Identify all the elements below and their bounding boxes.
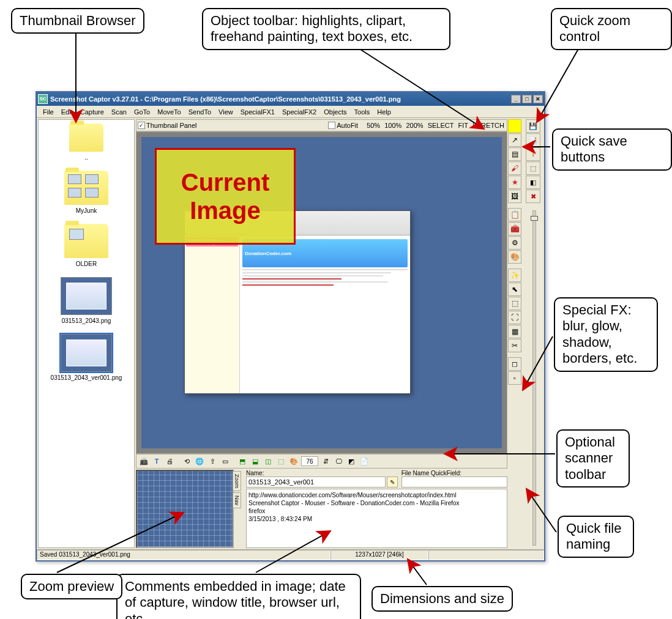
callout-quick-zoom: Quick zoom control (551, 8, 672, 50)
callout-special-fx: Special FX: blur, glow, shadow, borders,… (554, 297, 658, 372)
svg-line-2 (537, 49, 578, 122)
callout-zoom-preview: Zoom preview (21, 574, 122, 599)
callout-quick-save: Quick save buttons (552, 128, 672, 171)
svg-line-6 (526, 489, 556, 532)
svg-line-8 (256, 531, 330, 573)
callout-quick-file-naming: Quick file naming (558, 516, 634, 558)
callout-thumbnail-browser: Thumbnail Browser (11, 8, 144, 34)
callout-dimensions: Dimensions and size (371, 586, 513, 612)
svg-line-4 (523, 336, 553, 390)
callout-comments: Comments embedded in image; date of capt… (116, 574, 361, 619)
svg-line-7 (408, 559, 427, 585)
svg-line-1 (359, 48, 484, 129)
callout-object-toolbar: Object toolbar: highlights, clipart, fre… (202, 8, 450, 50)
svg-line-9 (57, 513, 184, 573)
callout-scanner-toolbar: Optional scanner toolbar (556, 429, 630, 487)
